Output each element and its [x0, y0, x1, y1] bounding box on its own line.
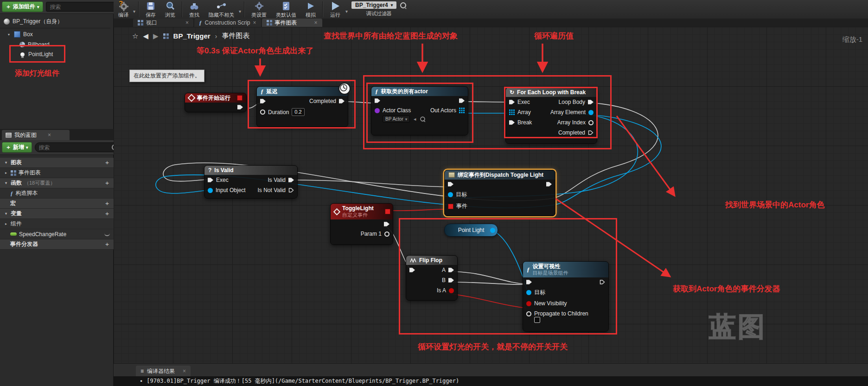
- chevron-down-icon[interactable]: ▾: [239, 9, 241, 14]
- back-icon[interactable]: ◀: [143, 32, 148, 40]
- chevron-down-icon[interactable]: ▾: [345, 9, 348, 14]
- expander-icon[interactable]: ▾: [4, 161, 8, 165]
- chevron-down-icon[interactable]: ▾: [133, 9, 135, 14]
- target-pin[interactable]: [526, 290, 531, 295]
- event-graph-canvas[interactable]: ☆ ◀ ▶ BP_Trigger › 事件图表 缩放-1 蓝图 在此处放置资产添…: [114, 27, 868, 363]
- favorite-star-icon[interactable]: ☆: [132, 32, 138, 40]
- propagate-pin[interactable]: [526, 311, 531, 316]
- play-button[interactable]: 运行: [325, 0, 345, 19]
- node-delay[interactable]: ƒ 延迟 Completed Duration0.2: [256, 86, 348, 127]
- loop-body-pin[interactable]: [588, 99, 594, 105]
- add-variable-button[interactable]: ＋: [104, 210, 110, 218]
- target-pin[interactable]: [448, 192, 453, 197]
- forward-icon[interactable]: ▶: [153, 32, 159, 40]
- node-is-valid[interactable]: ? Is Valid Exec Is Valid Input Object Is…: [204, 165, 298, 199]
- my-blueprint-tab[interactable]: 我的蓝图 ×: [2, 130, 70, 140]
- expander-icon[interactable]: ▾: [4, 212, 8, 216]
- completed-pin[interactable]: [339, 98, 345, 104]
- section-graphs[interactable]: ▾ 图表 ＋: [0, 158, 114, 168]
- close-icon[interactable]: ×: [314, 19, 318, 26]
- component-row-pointlight[interactable]: PointLight: [16, 50, 112, 59]
- node-event-beginplay[interactable]: 事件开始运行: [185, 93, 247, 112]
- pointlight-out-pin[interactable]: [490, 228, 495, 233]
- breadcrumb-root[interactable]: BP_Trigger: [173, 32, 211, 40]
- node-bind-event-dispatch-toggle-light[interactable]: 绑定事件到Dispatch Toggle Light 目标 事件: [444, 170, 555, 216]
- exec-in-pin[interactable]: [260, 98, 266, 104]
- save-button[interactable]: 保存: [141, 0, 160, 19]
- my-blueprint-search-input[interactable]: [38, 144, 112, 151]
- close-icon[interactable]: ×: [183, 368, 186, 374]
- add-dispatcher-button[interactable]: ＋: [104, 240, 110, 248]
- input-object-pin[interactable]: [208, 188, 213, 193]
- add-graph-button[interactable]: ＋: [104, 159, 110, 167]
- add-new-button[interactable]: ＋新增▾: [2, 142, 32, 153]
- close-icon[interactable]: ×: [253, 19, 256, 26]
- node-get-all-actors-of-class[interactable]: ƒ 获取类的所有actor Actor Class Out Actors BP …: [371, 86, 468, 135]
- section-dispatchers[interactable]: 事件分发器 ＋: [0, 239, 114, 250]
- eye-closed-icon[interactable]: [104, 232, 110, 236]
- duration-value[interactable]: 0.2: [292, 108, 304, 116]
- propagate-checkbox[interactable]: [534, 317, 540, 323]
- exec-out-pin[interactable]: [546, 181, 552, 187]
- array-element-pin[interactable]: [588, 110, 594, 115]
- browse-button[interactable]: 浏览: [160, 0, 180, 19]
- tab-event-graph[interactable]: 事件图表 ×: [262, 19, 322, 27]
- actor-class-dropdown[interactable]: BP Actor▾: [383, 116, 410, 122]
- hide-unrelated-button[interactable]: 隐藏不相关: [204, 0, 239, 19]
- compiler-results-tab[interactable]: ≡ 编译器结果 ×: [136, 366, 191, 377]
- array-in-pin[interactable]: [509, 109, 515, 115]
- exec-out-pin[interactable]: [384, 221, 389, 227]
- exec-out-pin[interactable]: [237, 104, 243, 110]
- tab-viewport[interactable]: 视口 ×: [133, 19, 193, 27]
- a-pin[interactable]: [448, 267, 454, 273]
- breadcrumb-current[interactable]: 事件图表: [222, 32, 250, 40]
- exec-in-pin[interactable]: [509, 99, 515, 105]
- expander-icon[interactable]: ▸: [4, 171, 8, 175]
- exec-in-pin[interactable]: [208, 177, 213, 183]
- exec-out-pin[interactable]: [459, 98, 465, 103]
- item-speed-change-rate[interactable]: SpeedChangeRate: [0, 229, 114, 239]
- browse-asset-icon[interactable]: [420, 116, 425, 121]
- section-macros[interactable]: 宏 ＋: [0, 199, 114, 209]
- class-settings-button[interactable]: 类设置: [247, 0, 271, 19]
- item-event-graph[interactable]: ▸ 事件图表: [0, 168, 114, 178]
- actor-class-pin[interactable]: [375, 108, 380, 113]
- expander-icon[interactable]: ▾: [6, 32, 11, 37]
- expander-icon[interactable]: ▸: [4, 222, 8, 226]
- component-row-box[interactable]: ▾ Box: [3, 30, 113, 39]
- is-a-pin[interactable]: [449, 288, 454, 293]
- find-button[interactable]: 查找: [185, 0, 204, 19]
- add-function-button[interactable]: ＋: [104, 179, 110, 187]
- new-visibility-pin[interactable]: [526, 301, 531, 306]
- component-row-billboard[interactable]: Billboard: [16, 40, 112, 49]
- item-construction-script[interactable]: ƒ 构造脚本: [0, 188, 114, 199]
- class-defaults-button[interactable]: 类默认值: [271, 0, 301, 19]
- components-search-input[interactable]: [49, 3, 123, 11]
- compile-button[interactable]: ? 编译: [114, 0, 133, 19]
- debug-object-dropdown[interactable]: BP_Trigger4▾: [351, 1, 396, 9]
- b-pin[interactable]: [448, 277, 454, 283]
- exec-in-pin[interactable]: [448, 181, 453, 187]
- is-not-valid-pin[interactable]: [288, 187, 294, 193]
- component-root-row[interactable]: BP_Trigger（自身）: [0, 17, 117, 26]
- debug-search-icon[interactable]: [400, 2, 406, 8]
- section-functions[interactable]: ▾ 函数 （18可覆盖） ＋: [0, 178, 114, 188]
- node-toggle-light-event[interactable]: ToggleLight 自定义事件 Param 1: [330, 203, 393, 245]
- array-pin[interactable]: [459, 108, 465, 113]
- param1-pin[interactable]: [384, 232, 389, 237]
- node-flip-flop[interactable]: Flip Flop A B Is A: [406, 255, 458, 301]
- add-component-button[interactable]: ＋添加组件▾: [2, 1, 43, 12]
- exec-in-pin[interactable]: [409, 267, 415, 273]
- break-pin[interactable]: [509, 120, 515, 125]
- simulate-button[interactable]: 模拟: [301, 0, 320, 19]
- event-delegate-pin[interactable]: [448, 204, 453, 209]
- node-point-light-getter[interactable]: Point Light: [444, 224, 498, 237]
- completed-pin[interactable]: [588, 130, 594, 135]
- tab-construction-script[interactable]: ƒ Construction Scrip ×: [194, 19, 261, 27]
- compiler-log-line[interactable]: • [9703.01]BP_Trigger 编译成功！[55 毫秒内](/Gam…: [114, 376, 868, 386]
- exec-in-pin[interactable]: [375, 98, 380, 103]
- use-selected-icon[interactable]: ◄: [413, 117, 417, 122]
- add-macro-button[interactable]: ＋: [104, 199, 110, 207]
- close-icon[interactable]: ×: [185, 19, 189, 26]
- duration-pin[interactable]: [260, 109, 265, 115]
